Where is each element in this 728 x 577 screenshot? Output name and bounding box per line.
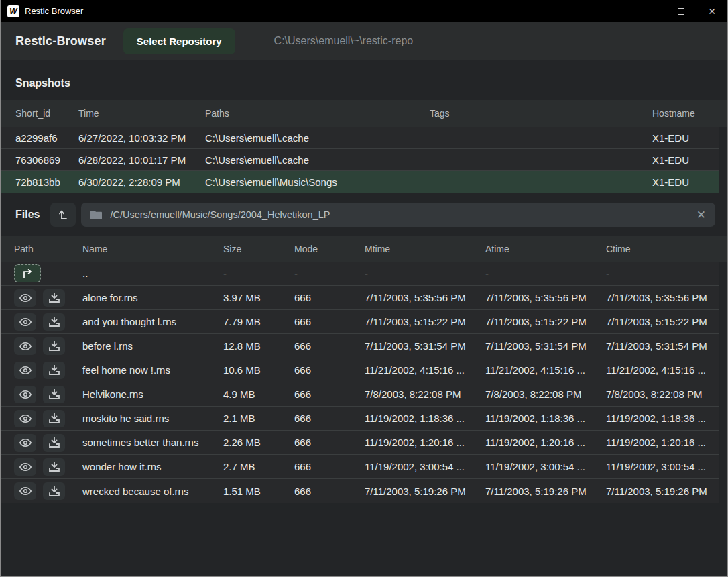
close-icon: ✕ bbox=[708, 6, 716, 17]
repository-path: C:\Users\emuell\~\restic-repo bbox=[274, 35, 414, 47]
download-file-button[interactable] bbox=[43, 386, 65, 403]
col-mode: Mode bbox=[294, 244, 365, 254]
view-file-button[interactable] bbox=[14, 458, 36, 476]
col-name: Name bbox=[82, 244, 223, 254]
clear-path-button[interactable]: ✕ bbox=[690, 208, 706, 222]
files-table-body: .. - - - - - alone for.rns 3.97 MB 666 7… bbox=[1, 262, 719, 503]
snapshot-hostname: X1-EDU bbox=[652, 132, 719, 144]
current-path-bar[interactable]: /C/Users/emuell/Music/Songs/2004_Helveti… bbox=[81, 203, 715, 227]
file-mode: 666 bbox=[294, 461, 365, 472]
file-ctime: 7/11/2003, 5:35:56 PM bbox=[606, 292, 719, 303]
download-file-button[interactable] bbox=[43, 434, 65, 452]
current-path-text: /C/Users/emuell/Music/Songs/2004_Helveti… bbox=[110, 209, 689, 220]
parent-dir-row: .. - - - - - bbox=[1, 262, 719, 286]
file-size: 2.26 MB bbox=[223, 437, 294, 448]
file-atime: - bbox=[485, 268, 606, 279]
file-atime: 7/11/2003, 5:35:56 PM bbox=[485, 292, 606, 303]
view-file-button[interactable] bbox=[14, 386, 36, 403]
up-then-right-arrow-icon bbox=[21, 269, 34, 278]
file-size: 10.6 MB bbox=[223, 364, 294, 376]
file-atime: 7/11/2003, 5:31:54 PM bbox=[485, 340, 606, 352]
view-file-button[interactable] bbox=[14, 434, 36, 452]
download-file-button[interactable] bbox=[43, 410, 65, 427]
minimize-icon bbox=[647, 11, 654, 11]
eye-icon bbox=[19, 462, 32, 472]
file-mtime: 7/11/2003, 5:19:26 PM bbox=[365, 486, 485, 497]
download-file-button[interactable] bbox=[43, 313, 65, 331]
file-mtime: 7/11/2003, 5:31:54 PM bbox=[365, 340, 485, 352]
snapshot-row-selected[interactable]: 72b813bb 6/30/2022, 2:28:09 PM C:\Users\… bbox=[1, 171, 719, 193]
clear-icon: ✕ bbox=[696, 209, 706, 221]
file-row: wrecked because of.rns 1.51 MB 666 7/11/… bbox=[1, 479, 719, 503]
file-mode: 666 bbox=[294, 364, 365, 376]
file-row: moskito he said.rns 2.1 MB 666 11/19/200… bbox=[1, 407, 719, 431]
app-name: Restic-Browser bbox=[15, 34, 106, 48]
eye-icon bbox=[19, 293, 32, 303]
file-size: 4.9 MB bbox=[223, 388, 294, 400]
file-name: sometimes better than.rns bbox=[82, 437, 223, 448]
download-file-button[interactable] bbox=[43, 482, 65, 500]
snapshots-heading: Snapshots bbox=[1, 60, 727, 100]
col-time: Time bbox=[78, 108, 205, 119]
maximize-button[interactable] bbox=[666, 0, 696, 22]
col-size: Size bbox=[223, 244, 294, 254]
file-name: feel home now !.rns bbox=[82, 364, 223, 376]
select-repository-button[interactable]: Select Repository bbox=[123, 28, 235, 54]
download-file-button[interactable] bbox=[43, 362, 65, 379]
view-file-button[interactable] bbox=[14, 337, 36, 355]
file-atime: 7/11/2003, 5:19:26 PM bbox=[485, 486, 606, 497]
download-icon bbox=[49, 413, 60, 423]
file-name: wonder how it.rns bbox=[82, 461, 223, 472]
file-row: feel home now !.rns 10.6 MB 666 11/21/20… bbox=[1, 358, 719, 382]
col-short-id: Short_id bbox=[15, 108, 78, 119]
snapshot-paths: C:\Users\emuell\.cache bbox=[205, 132, 430, 144]
view-file-button[interactable] bbox=[14, 289, 36, 307]
eye-icon bbox=[19, 317, 32, 327]
download-file-button[interactable] bbox=[43, 458, 65, 476]
download-file-button[interactable] bbox=[43, 289, 65, 307]
eye-icon bbox=[19, 414, 32, 423]
window-controls: ✕ bbox=[635, 0, 727, 22]
file-name: moskito he said.rns bbox=[82, 413, 223, 424]
file-name: and you thought l.rns bbox=[82, 316, 223, 327]
file-ctime: 11/19/2002, 3:00:54 ... bbox=[606, 461, 719, 472]
files-heading: Files bbox=[15, 209, 40, 221]
snapshot-time: 6/27/2022, 10:03:32 PM bbox=[78, 132, 205, 144]
snapshot-short-id: 72b813bb bbox=[15, 176, 78, 188]
file-mode: 666 bbox=[294, 486, 365, 497]
level-up-button[interactable] bbox=[50, 203, 76, 227]
file-atime: 7/8/2003, 8:22:08 PM bbox=[485, 388, 606, 400]
close-button[interactable]: ✕ bbox=[696, 0, 727, 22]
app-header: Restic-Browser Select Repository C:\User… bbox=[1, 22, 727, 60]
file-size: 12.8 MB bbox=[223, 340, 294, 352]
download-file-button[interactable] bbox=[43, 337, 65, 355]
file-ctime: 11/19/2002, 1:18:36 ... bbox=[606, 413, 719, 424]
file-name: wrecked because of.rns bbox=[82, 486, 223, 497]
file-atime: 11/19/2002, 1:18:36 ... bbox=[485, 413, 606, 424]
file-name: before l.rns bbox=[82, 340, 223, 352]
snapshot-paths: C:\Users\emuell\.cache bbox=[205, 154, 430, 166]
file-row: wonder how it.rns 2.7 MB 666 11/19/2002,… bbox=[1, 455, 719, 479]
view-file-button[interactable] bbox=[14, 410, 36, 427]
file-ctime: 7/11/2003, 5:15:22 PM bbox=[606, 316, 719, 327]
file-mode: 666 bbox=[294, 340, 365, 352]
window-title: Restic Browser bbox=[25, 6, 83, 16]
download-icon bbox=[49, 365, 60, 375]
snapshot-row[interactable]: 76306869 6/28/2022, 10:01:17 PM C:\Users… bbox=[1, 149, 719, 171]
view-file-button[interactable] bbox=[14, 362, 36, 379]
file-mtime: 7/11/2003, 5:15:22 PM bbox=[365, 316, 485, 327]
view-file-button[interactable] bbox=[14, 482, 36, 500]
restic-browser-window: W Restic Browser ✕ Restic-Browser Select… bbox=[0, 0, 728, 577]
minimize-button[interactable] bbox=[635, 0, 666, 22]
go-parent-dir-button[interactable] bbox=[14, 264, 41, 282]
file-ctime: 11/19/2002, 1:20:16 ... bbox=[606, 437, 719, 448]
eye-icon bbox=[19, 342, 32, 351]
file-row: alone for.rns 3.97 MB 666 7/11/2003, 5:3… bbox=[1, 286, 719, 310]
file-mode: 666 bbox=[294, 316, 365, 327]
view-file-button[interactable] bbox=[14, 313, 36, 331]
file-mode: 666 bbox=[294, 292, 365, 303]
download-icon bbox=[49, 437, 60, 448]
file-size: 2.7 MB bbox=[223, 461, 294, 472]
snapshot-row[interactable]: a2299af6 6/27/2022, 10:03:32 PM C:\Users… bbox=[1, 127, 719, 149]
file-atime: 11/19/2002, 1:20:16 ... bbox=[485, 437, 606, 448]
